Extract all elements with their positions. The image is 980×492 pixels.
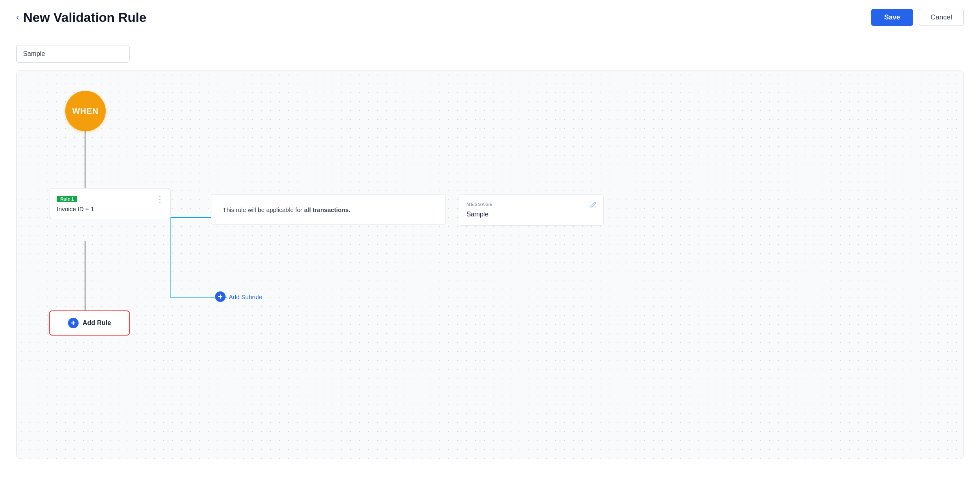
header-left: ‹ New Validation Rule [16,10,146,25]
rule-name-input[interactable] [16,45,130,63]
add-subrule-label: Add Subrule [229,293,262,300]
when-label: WHEN [72,107,98,116]
message-label: MESSAGE [467,202,595,207]
branch-h-line [170,217,211,218]
add-rule-plus-icon: + [68,318,79,328]
rule-info-prefix: This rule will be applicable for [223,206,304,213]
add-rule-button[interactable]: + Add Rule [49,310,130,336]
connector-rule-to-add [85,241,85,312]
rule-condition: Invoice ID = 1 [57,205,163,212]
message-value: Sample [467,211,595,218]
rule-info-bold: all transactions. [304,206,350,213]
add-subrule-button[interactable]: + Add Subrule [215,291,262,302]
page-title: New Validation Rule [23,10,146,25]
canvas-area: WHEN Rule 1 Invoice ID = 1 ⋮ This rule w… [16,70,964,459]
name-section [0,35,980,70]
add-subrule-icon: + [215,291,226,302]
rule-menu-icon[interactable]: ⋮ [156,194,164,204]
header-actions: Save Cancel [871,9,964,26]
rule-info-panel: This rule will be applicable for all tra… [211,194,446,225]
rule-card[interactable]: Rule 1 Invoice ID = 1 ⋮ [49,188,170,219]
message-box: MESSAGE Sample [458,194,604,226]
connector-when-to-rule [85,130,85,189]
rule-info-text: This rule will be applicable for all tra… [211,195,445,224]
back-arrow-icon[interactable]: ‹ [16,12,19,23]
when-node[interactable]: WHEN [65,91,106,131]
save-button[interactable]: Save [871,9,913,26]
edit-message-icon[interactable] [590,201,597,210]
header: ‹ New Validation Rule Save Cancel [0,0,980,35]
add-rule-label: Add Rule [83,319,111,327]
cancel-button[interactable]: Cancel [919,9,964,26]
branch-v-line [170,217,171,298]
rule-badge: Rule 1 [57,196,77,202]
